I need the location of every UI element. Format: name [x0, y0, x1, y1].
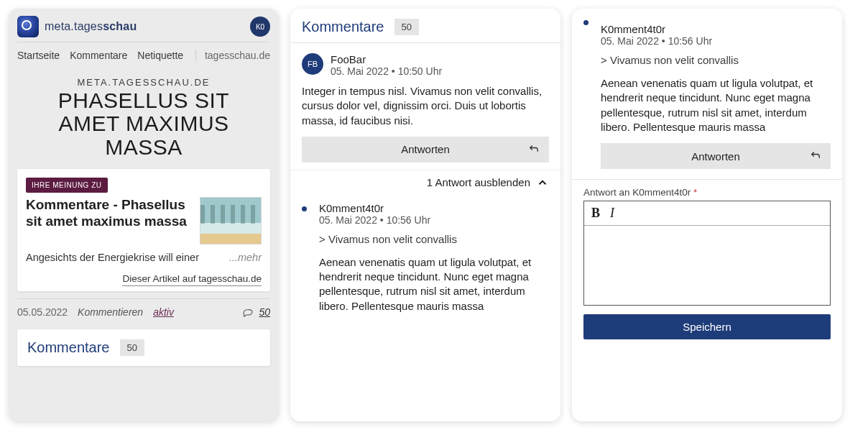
meta-row: 05.05.2022 Kommentieren aktiv 50: [9, 299, 279, 322]
reply-icon: [527, 142, 540, 157]
toggle-label: 1 Antwort ausblenden: [427, 176, 530, 188]
bold-button[interactable]: B: [591, 206, 600, 221]
label-prefix: Antwort an: [583, 187, 632, 198]
editor-toolbar: B I: [584, 201, 830, 226]
toggle-replies[interactable]: 1 Antwort ausblenden: [290, 170, 560, 195]
article-card: IHRE MEINUNG ZU Kommentare - Phasellus s…: [17, 169, 270, 291]
chevron-up-icon: [536, 176, 549, 189]
italic-button[interactable]: I: [610, 206, 614, 221]
nav-row: Startseite Kommentare Netiquette tagessc…: [9, 42, 279, 67]
comment-count: 50: [259, 306, 270, 318]
comments-title: Kommentare: [302, 19, 384, 35]
editor: B I: [583, 201, 831, 306]
commenter-name: K0mment4t0r: [601, 23, 831, 35]
reply-item: K0mment4t0r 05. Mai 2022 • 10:56 Uhr Viv…: [572, 9, 842, 176]
reply-marker-icon: [302, 206, 307, 211]
article-thumbnail: [200, 197, 262, 244]
comments-count-badge: 50: [394, 19, 419, 35]
reply-marker-icon: [583, 20, 588, 25]
quoted-text: Vivamus non velit convallis: [601, 54, 831, 66]
comment-date: 05. Mai 2022 • 10:56 Uhr: [319, 214, 549, 226]
comments-section-header: Kommentare 50: [290, 9, 560, 42]
comment-body: Aenean venenatis quam ut ligula volutpat…: [601, 76, 831, 134]
required-marker: *: [693, 187, 697, 198]
panel-reply-form: K0mment4t0r 05. Mai 2022 • 10:56 Uhr Viv…: [572, 9, 842, 421]
quoted-text: Vivamus non velit convallis: [319, 233, 549, 245]
header: meta.tagesschau K0: [9, 9, 279, 42]
article-title[interactable]: Kommentare - Phasellus sit amet maximus …: [26, 197, 193, 244]
comment-date: 05. Mai 2022 • 10:50 Uhr: [331, 65, 442, 77]
brand-name: meta.tagesschau: [45, 20, 137, 33]
comment-body: Integer in tempus nisl. Vivamus non veli…: [302, 84, 549, 128]
brand-pre: meta.tages: [45, 20, 103, 32]
brand-logo-icon: [17, 16, 39, 37]
user-avatar[interactable]: K0: [250, 17, 270, 37]
commenting-label: Kommentieren: [78, 306, 143, 318]
reply-form-label: Antwort an K0mment4t0r *: [583, 187, 831, 198]
comments-section-header: Kommentare 50: [17, 329, 270, 366]
nav-netiquette[interactable]: Netiquette: [137, 50, 183, 61]
reply-button[interactable]: Antworten: [302, 137, 549, 163]
article-lead: Angesichts der Energiekrise will einer: [26, 252, 199, 263]
nav-comments[interactable]: Kommentare: [70, 50, 127, 61]
reply-form: Antwort an K0mment4t0r * B I Speichern: [572, 180, 842, 349]
reply-icon: [809, 149, 822, 164]
reply-button[interactable]: Antworten: [601, 143, 831, 169]
commenting-state[interactable]: aktiv: [153, 306, 174, 318]
source-link[interactable]: Dieser Artikel auf tagesschau.de: [122, 273, 262, 286]
comment-date: 05. Mai 2022 • 10:56 Uhr: [601, 35, 831, 47]
comment-count-link[interactable]: 50: [241, 306, 270, 318]
article-date: 05.05.2022: [17, 306, 68, 318]
editor-textarea[interactable]: [584, 226, 830, 305]
article-headline: PHASELLUS SIT AMET MAXIMUS MASSA: [9, 88, 279, 169]
commenter-name: FooBar: [331, 53, 442, 65]
domain-label: META.TAGESSCHAU.DE: [9, 77, 279, 88]
comment-item: FB FooBar 05. Mai 2022 • 10:50 Uhr Integ…: [290, 42, 560, 170]
brand-bold: schau: [103, 20, 137, 32]
comments-count-badge: 50: [120, 339, 144, 356]
save-button[interactable]: Speichern: [583, 314, 831, 339]
reply-button-label: Antworten: [691, 150, 740, 163]
label-target: K0mment4t0r: [632, 187, 691, 198]
reply-button-label: Antworten: [401, 143, 450, 155]
reply-item: K0mment4t0r 05. Mai 2022 • 10:56 Uhr Viv…: [290, 195, 560, 321]
nav-external[interactable]: tagesschau.de: [195, 50, 270, 61]
commenter-name: K0mment4t0r: [319, 202, 549, 214]
panel-comments: Kommentare 50 FB FooBar 05. Mai 2022 • 1…: [290, 9, 560, 421]
opinion-badge: IHRE MEINUNG ZU: [26, 178, 108, 193]
comments-title: Kommentare: [27, 339, 110, 356]
comment-icon: [241, 306, 254, 318]
commenter-avatar: FB: [302, 53, 323, 75]
panel-article: meta.tagesschau K0 Startseite Kommentare…: [9, 9, 279, 421]
read-more-link[interactable]: ...mehr: [229, 252, 262, 263]
comment-body: Aenean venenatis quam ut ligula volutpat…: [319, 255, 549, 314]
nav-home[interactable]: Startseite: [17, 50, 60, 61]
